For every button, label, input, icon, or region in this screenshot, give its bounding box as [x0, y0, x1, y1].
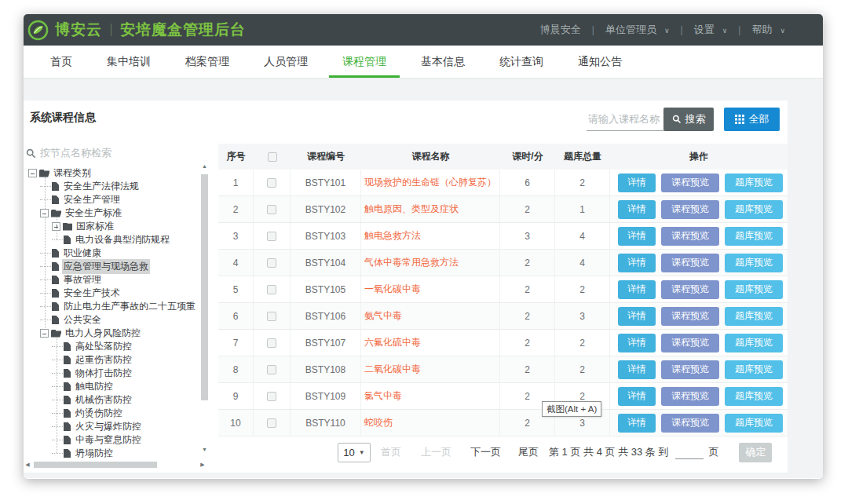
tree-node[interactable]: 机械伤害防控	[24, 393, 199, 407]
course-preview-button[interactable]: 课程预览	[661, 334, 719, 352]
tree-node[interactable]: 灼烫伤防控	[24, 407, 199, 420]
first-page-button[interactable]: 首页	[381, 445, 401, 459]
expand-icon[interactable]	[52, 222, 60, 231]
last-page-button[interactable]: 尾页	[518, 445, 539, 459]
course-preview-button[interactable]: 课程预览	[661, 200, 719, 219]
course-preview-button[interactable]: 课程预览	[661, 173, 719, 192]
row-checkbox[interactable]	[267, 232, 276, 241]
tree-vertical-scrollbar[interactable]: ▲ ▼	[200, 162, 209, 454]
tab-基本信息[interactable]: 基本信息	[421, 46, 465, 78]
row-checkbox[interactable]	[267, 258, 276, 268]
question-bank-preview-button[interactable]: 题库预览	[725, 387, 783, 406]
row-checkbox[interactable]	[267, 365, 276, 374]
collapse-icon[interactable]	[40, 209, 49, 217]
question-bank-preview-button[interactable]: 题库预览	[725, 227, 783, 246]
course-preview-button[interactable]: 课程预览	[661, 280, 719, 299]
tree-node[interactable]: 物体打击防控	[24, 367, 199, 380]
course-preview-button[interactable]: 课程预览	[661, 360, 719, 379]
row-checkbox[interactable]	[267, 392, 276, 401]
user-menu[interactable]: 单位管理员∨	[605, 23, 670, 37]
tree-node[interactable]: 职业健康	[24, 247, 199, 260]
detail-button[interactable]: 详情	[618, 254, 656, 272]
tree-node[interactable]: 电力人身风险防控	[24, 327, 199, 340]
course-search-input[interactable]	[587, 108, 663, 131]
course-name-link[interactable]: 氯气中毒	[361, 383, 500, 409]
row-checkbox[interactable]	[267, 312, 276, 321]
row-checkbox[interactable]	[267, 338, 276, 348]
row-checkbox[interactable]	[267, 178, 276, 188]
detail-button[interactable]: 详情	[618, 387, 656, 406]
question-bank-preview-button[interactable]: 题库预览	[725, 173, 783, 192]
question-bank-preview-button[interactable]: 题库预览	[725, 334, 783, 352]
tab-通知公告[interactable]: 通知公告	[578, 46, 622, 78]
scroll-right-icon[interactable]: ▶	[199, 461, 207, 469]
tree-node[interactable]: 防止电力生产事故的二十五项重	[24, 300, 199, 313]
course-preview-button[interactable]: 课程预览	[661, 387, 719, 406]
tab-人员管理[interactable]: 人员管理	[264, 46, 308, 78]
scroll-up-icon[interactable]: ▲	[200, 162, 209, 170]
tree-node[interactable]: 电力设备典型消防规程	[24, 233, 199, 247]
question-bank-preview-button[interactable]: 题库预览	[725, 360, 783, 379]
select-all-checkbox[interactable]	[268, 152, 277, 162]
course-name-link[interactable]: 蛇咬伤	[361, 410, 500, 436]
tree-node[interactable]: 火灾与爆炸防控	[24, 420, 199, 433]
row-checkbox[interactable]	[267, 285, 276, 294]
collapse-icon[interactable]	[28, 169, 37, 177]
settings-menu[interactable]: 设置∨	[694, 23, 728, 37]
tab-统计查询[interactable]: 统计查询	[499, 46, 543, 78]
prev-page-button[interactable]: 上一页	[421, 445, 451, 459]
tree-search[interactable]: 按节点名称检索	[26, 146, 111, 160]
tree-node[interactable]: 安全生产标准	[24, 206, 199, 220]
tab-集中培训[interactable]: 集中培训	[107, 46, 151, 78]
question-bank-preview-button[interactable]: 题库预览	[725, 280, 783, 299]
question-bank-preview-button[interactable]: 题库预览	[725, 254, 783, 272]
tree-node-label[interactable]: 坍塌防控	[74, 446, 115, 460]
tree-node[interactable]: 安全生产技术	[24, 287, 199, 300]
tree-node[interactable]: 触电防控	[24, 380, 199, 393]
tree-node[interactable]: 应急管理与现场急救	[24, 260, 199, 273]
tree-node[interactable]: 课程类别	[24, 166, 199, 180]
question-bank-preview-button[interactable]: 题库预览	[725, 307, 783, 326]
course-name-link[interactable]: 现场救护的生命链（心肺复苏）	[361, 170, 500, 195]
tab-档案管理[interactable]: 档案管理	[185, 46, 229, 78]
page-size-select[interactable]: 10▼	[338, 443, 371, 462]
question-bank-preview-button[interactable]: 题库预览	[725, 414, 783, 433]
tree-node[interactable]: 安全生产法律法规	[24, 180, 199, 193]
course-name-link[interactable]: 氨气中毒	[361, 303, 500, 329]
all-button[interactable]: 全部	[724, 108, 780, 131]
scrollbar-thumb[interactable]	[201, 174, 208, 400]
tree-node[interactable]: 国家标准	[24, 220, 199, 233]
course-preview-button[interactable]: 课程预览	[661, 227, 719, 246]
detail-button[interactable]: 详情	[618, 173, 656, 192]
course-preview-button[interactable]: 课程预览	[661, 307, 719, 326]
tree-node[interactable]: 事故管理	[24, 273, 199, 287]
tree-node[interactable]: 高处坠落防控	[24, 340, 199, 353]
scroll-left-icon[interactable]: ◀	[24, 461, 31, 469]
help-menu[interactable]: 帮助∨	[751, 23, 785, 37]
question-bank-preview-button[interactable]: 题库预览	[725, 200, 783, 219]
course-name-link[interactable]: 六氟化硫中毒	[361, 330, 500, 356]
detail-button[interactable]: 详情	[618, 414, 656, 433]
tree-horizontal-scrollbar[interactable]: ◀ ▶	[24, 461, 207, 469]
detail-button[interactable]: 详情	[618, 334, 656, 352]
next-page-button[interactable]: 下一页	[470, 445, 501, 459]
search-button[interactable]: 搜索	[663, 108, 714, 131]
detail-button[interactable]: 详情	[618, 227, 656, 246]
collapse-icon[interactable]	[40, 329, 49, 338]
tree-node[interactable]: 安全生产管理	[24, 193, 199, 206]
course-preview-button[interactable]: 课程预览	[661, 414, 719, 433]
course-name-link[interactable]: 触电急救方法	[361, 223, 500, 249]
detail-button[interactable]: 详情	[618, 280, 656, 299]
tree-node[interactable]: 坍塌防控	[24, 447, 199, 460]
tab-首页[interactable]: 首页	[50, 46, 72, 78]
course-name-link[interactable]: 一氧化碳中毒	[361, 276, 500, 302]
detail-button[interactable]: 详情	[618, 200, 656, 219]
confirm-button[interactable]: 确定	[739, 443, 772, 462]
row-checkbox[interactable]	[267, 205, 276, 214]
tree-node[interactable]: 起重伤害防控	[24, 353, 199, 367]
scroll-down-icon[interactable]: ▼	[200, 445, 209, 454]
course-preview-button[interactable]: 课程预览	[661, 254, 719, 272]
detail-button[interactable]: 详情	[618, 360, 656, 379]
course-name-link[interactable]: 气体中毒常用急救方法	[361, 250, 500, 276]
course-name-link[interactable]: 触电原因、类型及症状	[361, 196, 500, 222]
